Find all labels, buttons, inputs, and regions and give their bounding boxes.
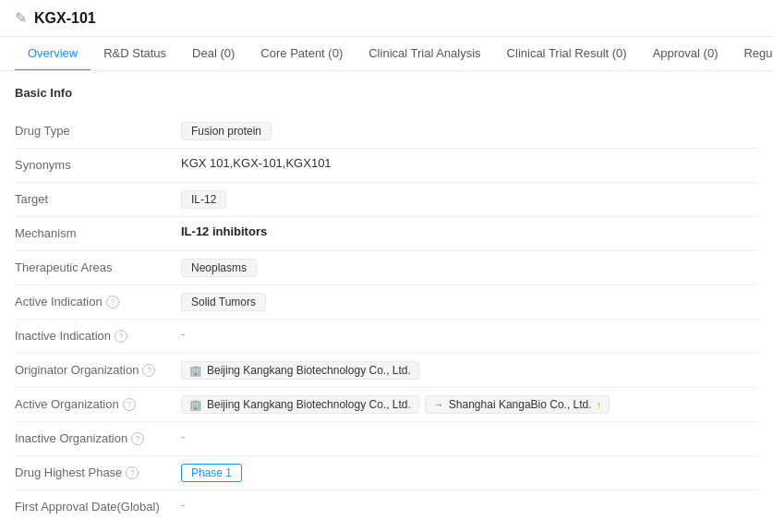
drug-type-tag: Fusion protein: [181, 122, 272, 140]
value-inactive-org: -: [181, 429, 758, 443]
page-title: KGX-101: [34, 10, 96, 27]
tab-core-patent[interactable]: Core Patent (0): [248, 37, 356, 71]
active-org-info-icon[interactable]: ?: [123, 398, 136, 411]
active-indication-tag: Solid Tumors: [181, 293, 266, 311]
label-drug-highest-phase: Drug Highest Phase ?: [15, 464, 181, 479]
org-arrow-icon: →: [433, 398, 444, 411]
active-org-tag-1[interactable]: 🏢 Beijing Kangkang Biotechnology Co., Lt…: [181, 395, 419, 414]
field-originator-org: Originator Organization ? 🏢 Beijing Kang…: [15, 354, 758, 387]
value-target: IL-12: [181, 190, 758, 209]
tab-approval[interactable]: Approval (0): [640, 37, 731, 71]
value-drug-type: Fusion protein: [181, 122, 758, 140]
field-active-org: Active Organization ? 🏢 Beijing Kangkang…: [15, 388, 758, 421]
active-org-tag-2[interactable]: → Shanghai KangaBio Co., Ltd. ↑: [425, 395, 610, 414]
value-originator-org: 🏢 Beijing Kangkang Biotechnology Co., Lt…: [181, 361, 758, 380]
value-mechanism: IL-12 inhibitors: [181, 224, 758, 238]
originator-org-tag[interactable]: 🏢 Beijing Kangkang Biotechnology Co., Lt…: [181, 361, 419, 380]
org-building-icon-1: 🏢: [189, 399, 202, 411]
value-first-approval-date: -: [181, 498, 758, 512]
active-indication-info-icon[interactable]: ?: [106, 296, 119, 308]
tab-overview[interactable]: Overview: [15, 37, 91, 71]
label-originator-org: Originator Organization ?: [15, 361, 181, 377]
label-active-indication: Active Indication ?: [15, 293, 181, 308]
mechanism-text: IL-12 inhibitors: [181, 224, 267, 238]
label-first-approval-date: First Approval Date(Global): [15, 498, 181, 514]
drug-phase-info-icon[interactable]: ?: [126, 466, 139, 479]
tab-deal[interactable]: Deal (0): [179, 37, 248, 71]
section-basic-info: Basic Info: [15, 86, 758, 100]
tab-bar: Overview R&D Status Deal (0) Core Patent…: [0, 37, 773, 71]
field-therapeutic-areas: Therapeutic Areas Neoplasms: [15, 251, 758, 284]
therapeutic-areas-tag: Neoplasms: [181, 259, 257, 277]
label-inactive-indication: Inactive Indication ?: [15, 327, 181, 343]
label-drug-type: Drug Type: [15, 122, 181, 138]
label-active-org: Active Organization ?: [15, 395, 181, 411]
value-drug-highest-phase: Phase 1: [181, 464, 758, 482]
tab-clinical-trial-analysis[interactable]: Clinical Trial Analysis: [356, 37, 493, 71]
field-synonyms: Synonyms KGX 101,KGX-101,KGX101: [15, 149, 758, 182]
value-therapeutic-areas: Neoplasms: [181, 259, 758, 277]
value-inactive-indication: -: [181, 327, 758, 341]
value-active-org: 🏢 Beijing Kangkang Biotechnology Co., Lt…: [181, 395, 758, 414]
value-active-indication: Solid Tumors: [181, 293, 758, 311]
originator-org-info-icon[interactable]: ?: [142, 364, 155, 377]
value-synonyms: KGX 101,KGX-101,KGX101: [181, 156, 758, 170]
page-header: ✎ KGX-101: [0, 0, 773, 37]
field-active-indication: Active Indication ? Solid Tumors: [15, 285, 758, 319]
field-inactive-org: Inactive Organization ? -: [15, 422, 758, 455]
field-drug-type: Drug Type Fusion protein: [15, 115, 758, 148]
field-drug-highest-phase: Drug Highest Phase ? Phase 1: [15, 456, 758, 490]
inactive-indication-info-icon[interactable]: ?: [115, 330, 127, 343]
field-mechanism: Mechanism IL-12 inhibitors: [15, 217, 758, 250]
phase-tag: Phase 1: [181, 464, 242, 482]
label-target: Target: [15, 190, 181, 206]
main-content: Basic Info Drug Type Fusion protein Syno…: [0, 71, 773, 532]
edit-icon: ✎: [15, 9, 27, 27]
field-inactive-indication: Inactive Indication ? -: [15, 320, 758, 353]
tab-rd-status[interactable]: R&D Status: [91, 37, 179, 71]
target-tag[interactable]: IL-12: [181, 190, 226, 209]
label-synonyms: Synonyms: [15, 156, 181, 172]
label-mechanism: Mechanism: [15, 224, 181, 240]
up-arrow-icon: ↑: [597, 399, 602, 410]
field-target: Target IL-12: [15, 183, 758, 216]
field-first-approval-date: First Approval Date(Global) -: [15, 490, 758, 524]
label-therapeutic-areas: Therapeutic Areas: [15, 259, 181, 274]
inactive-org-info-icon[interactable]: ?: [131, 432, 144, 445]
tab-regulation[interactable]: Regulation (0): [731, 37, 773, 71]
org-building-icon: 🏢: [189, 365, 202, 377]
tab-clinical-trial-result[interactable]: Clinical Trial Result (0): [494, 37, 640, 71]
label-inactive-org: Inactive Organization ?: [15, 429, 181, 445]
